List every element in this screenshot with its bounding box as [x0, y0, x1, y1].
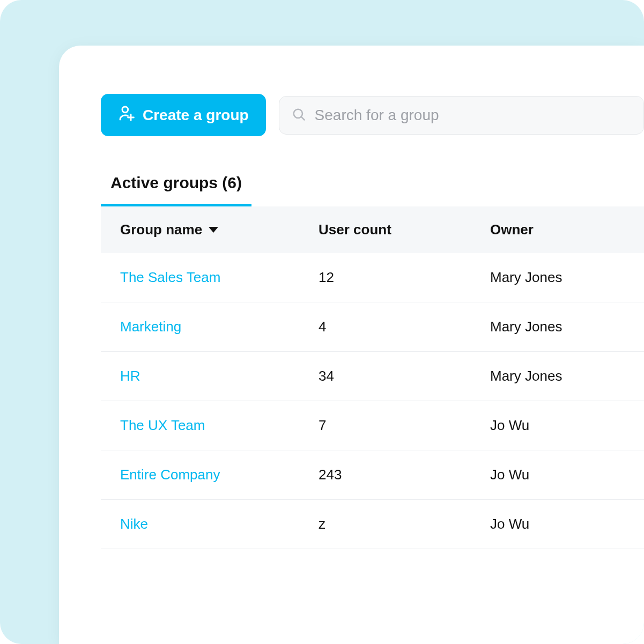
user-count-cell: 4: [319, 319, 490, 335]
owner-cell: Jo Wu: [490, 417, 644, 434]
table-row: The UX Team7Jo Wu: [101, 401, 644, 450]
table-row: Marketing4Mary Jones: [101, 302, 644, 352]
tab-active-groups[interactable]: Active groups (6): [101, 174, 251, 206]
groups-panel: Create a group Active groups (6) G: [59, 46, 644, 644]
col-header-user-count[interactable]: User count: [319, 221, 490, 238]
col-header-group-name-label: Group name: [120, 221, 202, 238]
table-row: Entire Company243Jo Wu: [101, 450, 644, 500]
svg-line-4: [301, 116, 305, 120]
col-header-owner[interactable]: Owner: [490, 221, 644, 238]
group-name-link[interactable]: The UX Team: [120, 417, 319, 434]
tab-active-groups-label: Active groups (6): [110, 174, 242, 191]
group-name-link[interactable]: Entire Company: [120, 467, 319, 483]
search-field-wrap[interactable]: [279, 96, 644, 135]
group-name-link[interactable]: Marketing: [120, 319, 319, 335]
group-name-link[interactable]: The Sales Team: [120, 269, 319, 286]
user-count-cell: 7: [319, 417, 490, 434]
user-count-cell: 243: [319, 467, 490, 483]
table-header: Group name User count Owner: [101, 206, 644, 253]
user-count-cell: 34: [319, 368, 490, 384]
create-group-button[interactable]: Create a group: [101, 94, 266, 136]
group-name-link[interactable]: HR: [120, 368, 319, 384]
table-row: HR34Mary Jones: [101, 352, 644, 401]
col-header-owner-label: Owner: [490, 221, 534, 238]
search-input[interactable]: [315, 107, 632, 124]
create-group-label: Create a group: [143, 107, 249, 124]
sort-desc-icon: [209, 227, 218, 233]
user-count-cell: z: [319, 516, 490, 532]
owner-cell: Mary Jones: [490, 368, 644, 384]
owner-cell: Mary Jones: [490, 269, 644, 286]
groups-table: Group name User count Owner The Sales Te…: [101, 206, 644, 549]
app-frame: Create a group Active groups (6) G: [0, 0, 644, 644]
toolbar: Create a group: [101, 94, 644, 136]
svg-point-0: [122, 107, 128, 113]
user-plus-icon: [118, 105, 135, 125]
user-count-cell: 12: [319, 269, 490, 286]
tabs: Active groups (6): [101, 174, 644, 206]
table-row: The Sales Team12Mary Jones: [101, 253, 644, 302]
group-name-link[interactable]: Nike: [120, 516, 319, 532]
table-body: The Sales Team12Mary JonesMarketing4Mary…: [101, 253, 644, 549]
owner-cell: Mary Jones: [490, 319, 644, 335]
owner-cell: Jo Wu: [490, 467, 644, 483]
table-row: NikezJo Wu: [101, 500, 644, 549]
col-header-user-count-label: User count: [319, 221, 391, 238]
col-header-group-name[interactable]: Group name: [120, 221, 319, 238]
search-icon: [291, 107, 315, 124]
owner-cell: Jo Wu: [490, 516, 644, 532]
